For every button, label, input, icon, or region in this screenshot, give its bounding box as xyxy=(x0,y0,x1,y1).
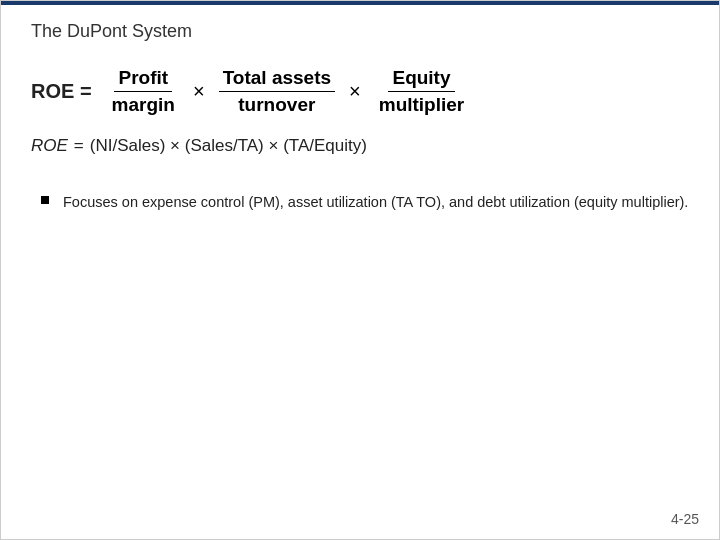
bullet-text: Focuses on expense control (PM), asset u… xyxy=(63,191,688,213)
profit-numerator: Profit xyxy=(114,67,172,92)
times-1: × xyxy=(193,80,205,103)
bullet-section: Focuses on expense control (PM), asset u… xyxy=(31,191,689,213)
times-2: × xyxy=(349,80,361,103)
formula-text-2: (NI/Sales) × (Sales/TA) × (TA/Equity) xyxy=(90,136,367,156)
equals-symbol: = xyxy=(74,136,84,156)
slide-top-border xyxy=(1,1,719,5)
turnover-denominator: turnover xyxy=(234,92,319,116)
multiplier-denominator: multiplier xyxy=(375,92,469,116)
fraction-profit-margin: Profit margin xyxy=(108,67,179,116)
roe-label-1: ROE = xyxy=(31,80,92,103)
formula-row-2: ROE = (NI/Sales) × (Sales/TA) × (TA/Equi… xyxy=(31,136,689,156)
bullet-icon xyxy=(41,196,49,204)
formula-block: ROE = Profit margin × Total assets turno… xyxy=(31,67,689,156)
formula-row-1: ROE = Profit margin × Total assets turno… xyxy=(31,67,689,116)
page-number: 4-25 xyxy=(671,511,699,527)
margin-denominator: margin xyxy=(108,92,179,116)
fraction-equity-multiplier: Equity multiplier xyxy=(375,67,469,116)
roe-label-2: ROE xyxy=(31,136,68,156)
equity-numerator: Equity xyxy=(388,67,454,92)
total-assets-numerator: Total assets xyxy=(219,67,335,92)
slide: The DuPont System ROE = Profit margin × … xyxy=(0,0,720,540)
slide-title: The DuPont System xyxy=(31,21,689,42)
fraction-total-assets-turnover: Total assets turnover xyxy=(219,67,335,116)
